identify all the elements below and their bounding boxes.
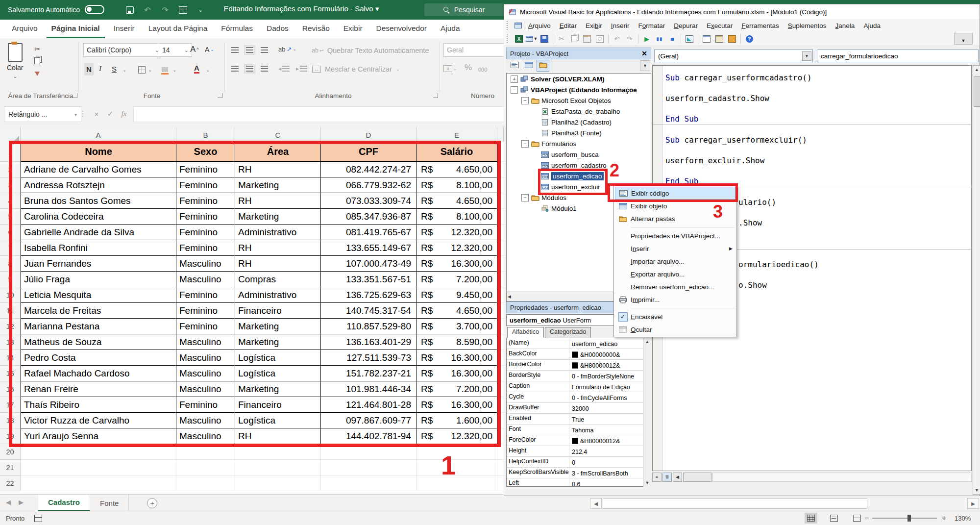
property-row-drawbuffer[interactable]: DrawBuffer32000	[507, 403, 651, 414]
vba-menu-inserir[interactable]: Inserir	[607, 21, 634, 31]
properties-tab-categorizado[interactable]: Categorizado	[545, 327, 591, 338]
menu-item-remover-userform-edicao[interactable]: Remover userform_edicao...	[615, 280, 735, 293]
normal-view-button[interactable]	[805, 513, 817, 524]
row-header-22[interactable]: 22	[0, 475, 21, 491]
scroll-up-icon[interactable]: ▲	[645, 339, 650, 344]
toolbar-button-toolbox[interactable]	[726, 33, 738, 45]
property-row-keepscrollbarsvisible[interactable]: KeepScrollBarsVisible3 - fmScrollBarsBot…	[507, 468, 651, 478]
hscroll-thumb[interactable]	[603, 498, 867, 509]
collapse-icon[interactable]: −	[521, 194, 529, 201]
property-row-backcolor[interactable]: BackColor&H00000000&	[507, 349, 651, 360]
properties-tab-alfab-tico[interactable]: Alfabético	[507, 327, 544, 338]
collapse-icon[interactable]: −	[521, 140, 529, 148]
menu-item-imprimir[interactable]: Imprimir...	[615, 293, 735, 306]
property-row-caption[interactable]: CaptionFormulário de Edição	[507, 381, 651, 392]
increase-indent-button[interactable]: ▸	[296, 63, 307, 75]
toolbar-button-properties-window[interactable]	[713, 33, 726, 45]
toolbar-grip[interactable]	[507, 21, 510, 30]
toolbar-button-paste[interactable]	[581, 33, 593, 45]
formula-input[interactable]	[133, 106, 505, 122]
zoom-out-button[interactable]: −	[864, 514, 869, 523]
vscroll-thumb[interactable]	[974, 76, 980, 107]
toolbar-button-insert-userform[interactable]: ▼	[525, 33, 538, 45]
align-left-button[interactable]	[231, 63, 239, 75]
align-center-button[interactable]	[246, 63, 253, 75]
menu-item-propriedades-de-vbaproject[interactable]: Propriedades de VBAProject...	[615, 229, 735, 242]
empty-cell[interactable]	[416, 475, 497, 491]
sheet-tab-fonte[interactable]: Fonte	[90, 495, 129, 511]
empty-cell[interactable]	[176, 475, 235, 491]
toolbar-button-project-explorer[interactable]	[700, 33, 713, 45]
toolbar-button-stop[interactable]: ■	[666, 33, 679, 45]
borders-button[interactable]	[138, 64, 146, 75]
code-line[interactable]: Sub carregar_userformexcluir()	[665, 135, 971, 146]
clipboard-dialog-launcher-icon[interactable]	[73, 93, 77, 98]
empty-cell[interactable]	[416, 460, 497, 475]
underline-button[interactable]: S	[112, 63, 117, 75]
sheet-tab-cadastro[interactable]: Cadastro	[38, 495, 90, 511]
paste-button[interactable]: Colar ⌄	[7, 43, 23, 79]
zoom-slider[interactable]	[872, 518, 937, 519]
property-row-name[interactable]: (Name)userform_edicao	[507, 338, 651, 349]
collapse-icon[interactable]: −	[511, 86, 518, 94]
sheet-nav-left-icon[interactable]: ◀	[6, 499, 11, 506]
tree-item-userform-busca[interactable]: userform_busca	[507, 149, 651, 160]
cancel-entry-button[interactable]: ×	[90, 106, 103, 121]
macro-record-icon[interactable]	[34, 515, 42, 522]
view-code-button[interactable]	[508, 60, 521, 72]
toolbar-button-design-mode[interactable]	[683, 33, 696, 45]
save-button[interactable]	[123, 4, 136, 16]
vba-menu-depurar[interactable]: Depurar	[669, 21, 702, 31]
fill-color-dropdown[interactable]: ⌄	[172, 64, 176, 75]
procedure-combo[interactable]: carregar_formularioedicao	[817, 50, 979, 62]
scroll-left-icon[interactable]: ◀	[673, 473, 682, 482]
menu-item-exportar-arquivo[interactable]: Exportar arquivo...	[615, 268, 735, 280]
zoom-slider-thumb[interactable]	[907, 515, 911, 522]
fill-color-button[interactable]	[162, 64, 168, 75]
font-color-button[interactable]: A	[194, 63, 199, 75]
empty-cell[interactable]	[176, 460, 235, 475]
zoom-level[interactable]: 130%	[955, 515, 971, 522]
code-vscrollbar[interactable]: ▲ ▼	[973, 65, 980, 495]
toolbar-button-redo[interactable]: ↷	[623, 33, 636, 45]
scroll-up-icon[interactable]: ▲	[975, 67, 979, 72]
empty-cell[interactable]	[321, 475, 416, 491]
underline-dropdown[interactable]: ⌄	[122, 64, 126, 75]
menu-item-inserir[interactable]: Inserir▶	[615, 242, 735, 255]
property-row-font[interactable]: FontTahoma	[507, 425, 651, 435]
vba-menu-arquivo[interactable]: Arquivo	[524, 21, 555, 31]
project-panel-header[interactable]: Projeto - VBAProject ✕	[506, 48, 651, 59]
zoom-in-button[interactable]: +	[942, 514, 946, 523]
ribbon-tab-desenvolvedor[interactable]: Desenvolvedor	[371, 20, 432, 38]
hscroll-left-button[interactable]: ◀	[590, 498, 602, 509]
menu-item-importar-arquivo[interactable]: Importar arquivo...	[615, 255, 735, 268]
copy-button[interactable]	[31, 56, 43, 66]
ribbon-tab-inserir[interactable]: Inserir	[109, 20, 140, 38]
code-hscrollbar[interactable]: ≡ ≣ ◀	[652, 472, 972, 482]
alignment-dialog-launcher-icon[interactable]	[433, 93, 438, 98]
vba-menu-formatar[interactable]: Formatar	[634, 21, 669, 31]
new-sheet-button[interactable]: +	[147, 498, 157, 508]
toolbar-button-find[interactable]	[593, 33, 606, 45]
font-color-dropdown[interactable]: ⌄	[206, 64, 210, 75]
toolbar-button-copy[interactable]	[568, 33, 581, 45]
property-row-cycle[interactable]: Cycle0 - fmCycleAllForms	[507, 392, 651, 403]
title-dropdown-icon[interactable]: ▾	[375, 4, 379, 13]
decrease-font-button[interactable]: A⌄	[205, 44, 214, 55]
vba-menu-editar[interactable]: Editar	[555, 21, 581, 31]
scroll-down-icon[interactable]: ▼	[645, 480, 650, 485]
toolbar-button-pause[interactable]: ▮▮	[653, 33, 666, 45]
code-line[interactable]: Sub carregar_userformcadastro()	[665, 73, 971, 83]
sheet-nav-right-icon[interactable]: ▶	[19, 499, 24, 506]
object-combo[interactable]: (Geral)▼	[654, 50, 813, 62]
font-size-select[interactable]: 14⌄	[159, 43, 192, 57]
align-bottom-button[interactable]	[261, 44, 268, 56]
autosave-toggle[interactable]	[85, 5, 104, 14]
toolbar-button-cut[interactable]: ✂	[555, 33, 568, 45]
format-painter-button[interactable]	[31, 69, 43, 78]
increase-font-button[interactable]: A^	[190, 44, 199, 55]
align-top-button[interactable]	[231, 44, 239, 56]
percent-button[interactable]: %	[465, 62, 472, 74]
menu-item-ocultar[interactable]: Ocultar	[615, 323, 735, 336]
property-row-bordercolor[interactable]: BorderColor&H80000012&	[507, 360, 651, 371]
